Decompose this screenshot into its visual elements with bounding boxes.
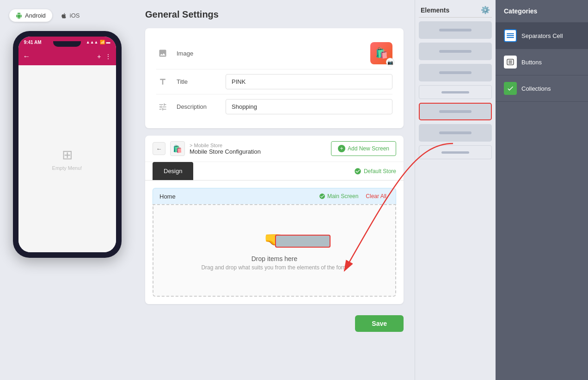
android-icon [16, 12, 22, 19]
nav-back-button[interactable]: ← [153, 142, 165, 155]
design-area: Home Main Screen Clear All 🤜 Drop items … [145, 181, 404, 304]
element-item-1[interactable] [419, 21, 492, 39]
wifi-icon: ▲▲▲ [86, 40, 98, 44]
dragged-element-preview [275, 235, 331, 248]
nav-card: ← 🛍️ > Mobile Store Mobile Store Configu… [145, 136, 404, 304]
ios-btn[interactable]: iOS [54, 9, 86, 22]
clear-all-button[interactable]: Clear All [363, 192, 389, 200]
image-preview[interactable]: 🛍️ 📷 [370, 42, 392, 64]
nav-card-tabs: Design Default Store [145, 162, 404, 181]
phone-screen: 9:41 AM ▲▲▲ 📶 ▬ ← + ⋮ ⊞ Empty Menu! [18, 37, 116, 252]
phone-notch [53, 41, 81, 47]
save-button[interactable]: Save [355, 315, 404, 332]
elements-settings-icon[interactable]: ⚙️ [481, 6, 490, 14]
element-item-2[interactable] [419, 43, 492, 60]
title-label: Title [177, 78, 218, 85]
category-item-collections[interactable]: Collections [496, 75, 588, 102]
title-input[interactable] [226, 74, 392, 89]
element-item-4[interactable] [419, 85, 492, 99]
description-icon [158, 102, 167, 112]
android-label: Android [25, 12, 46, 19]
breadcrumb-current: Mobile Store Configuration [190, 148, 326, 155]
status-icons: ▲▲▲ 📶 ▬ [86, 40, 110, 44]
tab-design[interactable]: Design [153, 162, 193, 180]
title-icon [158, 77, 167, 87]
page-title: General Settings [145, 9, 404, 20]
ios-label: iOS [70, 12, 80, 19]
image-row: Image 🛍️ 📷 [156, 37, 392, 69]
default-store-label: Default Store [364, 168, 396, 174]
title-row: Title [156, 69, 392, 94]
screen-tab-header: Home Main Screen Clear All [153, 188, 396, 204]
battery-icon: ▬ [106, 40, 110, 44]
save-btn-row: Save [145, 311, 404, 334]
elements-panel: Elements ⚙️ [415, 0, 496, 380]
camera-badge: 📷 [386, 58, 394, 66]
svg-rect-5 [508, 62, 512, 63]
svg-rect-2 [507, 37, 514, 38]
main-screen-label: Main Screen [327, 193, 358, 199]
element-item-6[interactable] [419, 124, 492, 142]
separators-icon [507, 33, 514, 38]
drop-zone-subtext: Drag and drop what suits you from the el… [201, 264, 347, 271]
phone-menu-icon: ⋮ [105, 53, 111, 60]
description-field-icon [156, 100, 169, 113]
image-label: Image [177, 50, 218, 57]
image-upload-area[interactable]: 🛍️ 📷 [226, 42, 392, 64]
breadcrumb-parent: > Mobile Store [190, 143, 326, 148]
default-store-badge: Default Store [354, 168, 396, 175]
apple-icon [61, 12, 67, 19]
general-settings-card: Image 🛍️ 📷 Title [145, 28, 404, 128]
separators-icon-box [504, 29, 517, 42]
add-new-screen-button[interactable]: + Add New Screen [331, 141, 396, 156]
breadcrumb: > Mobile Store Mobile Store Configuratio… [190, 143, 326, 155]
element-thin-bar-7 [441, 151, 469, 154]
check-circle-icon [354, 168, 361, 175]
image-field-icon [156, 47, 169, 60]
collections-icon [507, 85, 514, 92]
separators-label: Separators Cell [521, 32, 563, 39]
nav-card-header: ← 🛍️ > Mobile Store Mobile Store Configu… [145, 136, 404, 162]
svg-rect-0 [507, 33, 514, 34]
svg-rect-3 [507, 59, 514, 65]
android-btn[interactable]: Android [9, 9, 52, 22]
description-row: Description [156, 94, 392, 119]
status-time: 9:41 AM [24, 40, 42, 45]
category-item-buttons[interactable]: Buttons [496, 49, 588, 75]
element-thin-bar-4 [441, 91, 469, 93]
add-screen-label: Add New Screen [348, 145, 389, 152]
buttons-icon [507, 59, 514, 65]
plus-circle-icon: + [338, 145, 345, 152]
categories-panel: Categories Separators Cell Buttons [496, 0, 588, 380]
phone-topbar: ← + ⋮ [18, 48, 116, 65]
categories-title: Categories [496, 0, 588, 23]
description-label: Description [177, 103, 218, 110]
left-panel: Android iOS 9:41 AM ▲▲▲ 📶 ▬ ← [0, 0, 134, 380]
description-input[interactable] [226, 99, 392, 114]
element-item-3[interactable] [419, 64, 492, 81]
main-content: General Settings Image 🛍️ 📷 [134, 0, 415, 380]
elements-title: Elements [421, 6, 449, 14]
element-item-5-highlighted[interactable] [419, 103, 492, 120]
platform-switcher: Android iOS [9, 9, 86, 22]
phone-topbar-icons: + ⋮ [97, 53, 111, 60]
buttons-icon-box [504, 56, 517, 69]
collections-icon-box [504, 82, 517, 95]
element-item-7[interactable] [419, 145, 492, 159]
category-item-separators[interactable]: Separators Cell [496, 23, 588, 49]
image-icon [158, 49, 167, 58]
element-bar-6 [439, 131, 472, 134]
empty-menu-text: Empty Menu! [52, 165, 82, 171]
element-bar-3 [439, 71, 472, 74]
main-screen-badge: Main Screen [319, 193, 358, 199]
title-field-icon [156, 75, 169, 88]
phone-frame: 9:41 AM ▲▲▲ 📶 ▬ ← + ⋮ ⊞ Empty Menu! [13, 31, 122, 258]
empty-menu-icon: ⊞ [62, 147, 73, 162]
element-bar-5 [439, 110, 472, 113]
elements-header: Elements ⚙️ [419, 6, 492, 18]
image-emoji: 🛍️ [375, 47, 388, 59]
collections-label: Collections [521, 85, 551, 92]
drop-zone[interactable]: 🤜 Drop items here Drag and drop what sui… [153, 204, 396, 297]
phone-content: ⊞ Empty Menu! [18, 65, 116, 252]
screen-name: Home [159, 193, 176, 200]
